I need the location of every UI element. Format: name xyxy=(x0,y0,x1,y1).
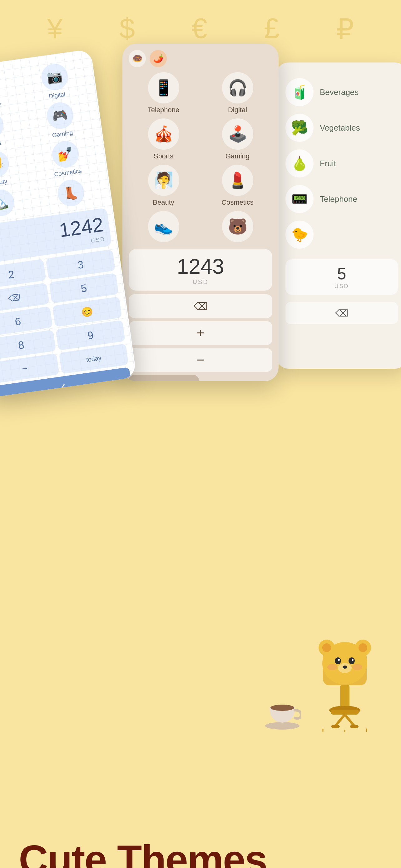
list-item: 🐤 xyxy=(286,221,398,249)
category-shoes[interactable]: 👟 xyxy=(129,211,198,245)
beverages-icon: 🧃 xyxy=(286,78,313,106)
category-cosmetics-left[interactable]: 💅 Cosmetics xyxy=(30,136,101,181)
vegetables-label: Vegetables xyxy=(320,123,360,133)
beverages-label: Beverages xyxy=(320,88,359,97)
amount-value-right: 5 xyxy=(291,264,393,283)
fruit-icon: 🍐 xyxy=(286,149,313,178)
category-grid-left: 📱 Telephone 📷 Digital 🐱 Sports 🎮 Gaming xyxy=(0,59,106,222)
vegetables-icon: 🥦 xyxy=(286,114,313,142)
digital-label-mid: Digital xyxy=(228,106,247,114)
confirm-row-mid: ✓ xyxy=(129,375,272,381)
card-middle: 🍩 🌶️ 📱 Telephone 🎧 Digital 🎪 Spor xyxy=(123,44,278,381)
card-right: 🧃 Beverages 🥦 Vegetables 🍐 Fruit 📟 Telep… xyxy=(276,62,401,369)
gaming-label-left: Gaming xyxy=(52,129,73,139)
svg-point-3 xyxy=(322,643,331,652)
list-item: 🍐 Fruit xyxy=(286,149,398,178)
keypad-middle: ⌫ + − ✓ xyxy=(129,294,272,381)
svg-point-20 xyxy=(350,724,359,728)
duck-icon: 🐤 xyxy=(286,221,313,249)
keypad-left: 2 3 ⌫ 5 6 😊 8 9 − today ✓ xyxy=(0,249,132,398)
shoes-icon-mid: 👟 xyxy=(148,211,179,242)
coffee-cup xyxy=(264,691,301,732)
svg-point-13 xyxy=(352,664,362,670)
category-boots-left[interactable]: 👢 xyxy=(36,175,106,213)
sports-label-mid: Sports xyxy=(154,152,174,160)
category-digital[interactable]: 🎧 Digital xyxy=(203,72,272,114)
digital-icon-left: 📷 xyxy=(39,62,69,92)
gaming-label-mid: Gaming xyxy=(226,152,249,160)
category-telephone-left[interactable]: 📱 Telephone xyxy=(0,69,21,114)
cute-themes-title: Cute Themes xyxy=(19,837,382,868)
avatar-2: 🌶️ xyxy=(149,50,167,67)
telephone-right-icon: 📟 xyxy=(286,185,313,213)
category-gaming[interactable]: 🕹️ Gaming xyxy=(203,118,272,160)
category-cosmetics[interactable]: 💄 Cosmetics xyxy=(203,165,272,207)
bear-icon-mid: 🐻 xyxy=(222,211,253,242)
svg-line-17 xyxy=(335,715,345,726)
minus-key-mid[interactable]: − xyxy=(129,348,272,372)
sports-icon-mid: 🎪 xyxy=(148,118,179,150)
beauty-icon-left: 😺 xyxy=(0,149,10,179)
beauty-icon-mid: 🧖 xyxy=(148,165,179,196)
svg-point-24 xyxy=(265,722,300,730)
digital-label-left: Digital xyxy=(48,91,66,100)
svg-point-8 xyxy=(338,659,340,661)
gaming-icon-left: 🎮 xyxy=(45,101,75,131)
telephone-icon-mid: 📱 xyxy=(148,72,179,103)
amount-display-right: 5 USD xyxy=(286,259,398,294)
category-gaming-left[interactable]: 🎮 Gaming xyxy=(25,98,96,142)
cosmetics-icon-mid: 💄 xyxy=(222,165,253,196)
svg-point-6 xyxy=(335,657,341,664)
avatar-1: 🍩 xyxy=(129,50,146,67)
category-sports[interactable]: 🎪 Sports xyxy=(129,118,198,160)
plus-key-mid[interactable]: + xyxy=(129,321,272,345)
category-digital-left[interactable]: 📷 Digital xyxy=(20,59,91,103)
confirm-key-mid[interactable]: ✓ xyxy=(129,375,199,381)
phones-showcase: 🧃 Beverages 🥦 Vegetables 🍐 Fruit 📟 Telep… xyxy=(0,37,401,431)
svg-point-11 xyxy=(343,665,347,669)
travel-icon-left: 🏔️ xyxy=(0,188,16,218)
bottom-section: Cute Themes xyxy=(0,837,401,868)
currency-mid: USD xyxy=(135,278,266,286)
category-beauty-left[interactable]: 😺 Beauty xyxy=(0,146,32,191)
telephone-label-mid: Telephone xyxy=(148,106,179,114)
list-item: 🥦 Vegetables xyxy=(286,114,398,142)
cosmetics-label-left: Cosmetics xyxy=(54,167,82,178)
delete-btn-right[interactable]: ⌫ xyxy=(286,302,398,324)
beauty-label-left: Beauty xyxy=(0,178,8,187)
category-sports-left[interactable]: 🐱 Sports xyxy=(0,108,26,152)
svg-point-9 xyxy=(352,659,354,661)
avatar-row-middle: 🍩 🌶️ xyxy=(129,50,272,67)
digital-icon-mid: 🎧 xyxy=(222,72,253,103)
cosmetics-label-mid: Cosmetics xyxy=(222,198,254,207)
svg-point-12 xyxy=(327,664,337,670)
gaming-icon-mid: 🕹️ xyxy=(222,118,253,150)
boots-icon-left: 👢 xyxy=(56,178,86,208)
list-item: 🧃 Beverages xyxy=(286,78,398,106)
cosmetics-icon-left: 💅 xyxy=(50,140,80,169)
svg-point-5 xyxy=(359,643,367,652)
category-grid-middle: 📱 Telephone 🎧 Digital 🎪 Sports 🕹️ Gaming xyxy=(129,72,272,245)
amount-display-mid: 1243 USD xyxy=(129,249,272,290)
amount-value-mid: 1243 xyxy=(135,254,266,278)
sports-icon-left: 🐱 xyxy=(0,111,5,141)
category-beauty[interactable]: 🧖 Beauty xyxy=(129,165,198,207)
svg-point-25 xyxy=(270,705,294,711)
category-travel-left[interactable]: 🏔️ xyxy=(0,185,36,222)
category-bear[interactable]: 🐻 xyxy=(203,211,272,245)
fruit-label: Fruit xyxy=(320,159,336,168)
svg-point-19 xyxy=(331,724,340,728)
category-telephone[interactable]: 📱 Telephone xyxy=(129,72,198,114)
telephone-label-left: Telephone xyxy=(0,100,1,111)
card-left: 📱 Telephone 📷 Digital 🐱 Sports 🎮 Gaming xyxy=(0,49,137,398)
delete-key-mid[interactable]: ⌫ xyxy=(129,294,272,318)
svg-line-18 xyxy=(345,715,354,726)
beauty-label-mid: Beauty xyxy=(153,198,174,207)
bear-character xyxy=(304,632,386,732)
currency-right: USD xyxy=(291,283,393,290)
telephone-right-label: Telephone xyxy=(320,194,357,204)
svg-point-7 xyxy=(348,657,355,664)
list-item: 📟 Telephone xyxy=(286,185,398,213)
sports-label-left: Sports xyxy=(0,140,2,148)
